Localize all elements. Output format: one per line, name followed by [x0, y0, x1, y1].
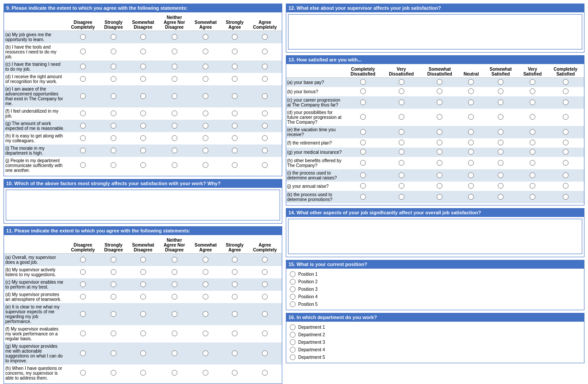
- q9-body-row-a-col-4[interactable]: [159, 31, 190, 44]
- radio-q11-body-e-5[interactable]: [203, 311, 208, 317]
- radio-q13-body-d-4[interactable]: [468, 114, 474, 120]
- q9-body-row-g-col-3[interactable]: [127, 120, 159, 132]
- q13-body-row-f-col-5[interactable]: [484, 138, 518, 148]
- radio-q9-body-j-2[interactable]: [111, 162, 116, 168]
- radio-q13-body-d-3[interactable]: [437, 114, 442, 120]
- radio-q13-body-j-3[interactable]: [437, 183, 442, 189]
- q9-body-row-a-col-5[interactable]: [190, 31, 222, 44]
- q11-body-row-a-col-3[interactable]: [127, 254, 159, 266]
- q13-body-row-j-col-4[interactable]: [459, 182, 483, 191]
- q13-body-row-h-col-2[interactable]: [382, 157, 421, 169]
- q11-body-row-c-col-4[interactable]: [159, 278, 190, 291]
- q13-body-row-d-col-5[interactable]: [484, 109, 518, 126]
- q11-body-row-c-col-1[interactable]: [66, 278, 100, 291]
- radio-q9-body-f-3[interactable]: [140, 110, 146, 116]
- radio-q13-body-c-2[interactable]: [399, 99, 404, 105]
- q9-body-row-d-col-5[interactable]: [190, 73, 222, 85]
- radio-q13-body-k-2[interactable]: [399, 194, 404, 200]
- q13-body-row-h-col-7[interactable]: [547, 157, 584, 169]
- radio-q13-body-e-6[interactable]: [530, 129, 535, 135]
- radio-q11-body-a-2[interactable]: [111, 257, 116, 262]
- radio-q9-body-b-3[interactable]: [140, 49, 146, 54]
- radio-q13-body-a-5[interactable]: [498, 79, 503, 85]
- radio-q13-body-b-5[interactable]: [498, 88, 503, 94]
- q13-body-row-e-col-5[interactable]: [484, 126, 518, 138]
- q9-body-row-a-col-2[interactable]: [100, 31, 127, 44]
- q13-body-row-a-col-1[interactable]: [344, 78, 382, 87]
- q13-body-row-e-col-4[interactable]: [459, 126, 483, 138]
- q9-body-row-i-col-6[interactable]: [222, 144, 248, 157]
- q9-body-row-a-col-6[interactable]: [222, 31, 248, 44]
- radio-q11-body-f-5[interactable]: [203, 331, 208, 336]
- q11-body-row-e-col-3[interactable]: [127, 303, 159, 325]
- radio-q13-body-b-4[interactable]: [468, 88, 474, 94]
- q13-body-row-a-col-6[interactable]: [518, 78, 547, 87]
- radio-q13-body-c-4[interactable]: [468, 99, 474, 105]
- radio-q11-body-b-5[interactable]: [203, 269, 208, 275]
- radio-q13-body-k-5[interactable]: [498, 194, 503, 200]
- radio-q13-body-h-2[interactable]: [399, 160, 404, 166]
- q13-body-row-b-col-2[interactable]: [382, 87, 421, 96]
- q9-body-row-d-col-3[interactable]: [127, 73, 159, 85]
- radio-q11-body-a-6[interactable]: [232, 257, 238, 262]
- q9-body-row-i-col-5[interactable]: [190, 144, 222, 157]
- q13-body-row-i-col-7[interactable]: [547, 169, 584, 182]
- radio-q9-body-j-3[interactable]: [140, 162, 146, 168]
- radio-q9-body-b-1[interactable]: [80, 49, 86, 54]
- q9-body-row-e-col-1[interactable]: [66, 85, 100, 107]
- q11-body-row-g-col-7[interactable]: [248, 342, 282, 365]
- radio-q9-body-e-1[interactable]: [80, 93, 86, 99]
- q9-body-row-g-col-5[interactable]: [190, 120, 222, 132]
- radio-q11-body-f-7[interactable]: [262, 331, 268, 336]
- radio-q13-body-f-1[interactable]: [360, 140, 366, 145]
- radio-q9-body-b-5[interactable]: [203, 49, 208, 54]
- q13-body-row-b-col-3[interactable]: [420, 87, 459, 96]
- radio-q9-body-d-3[interactable]: [140, 76, 146, 82]
- radio-q13-body-j-7[interactable]: [563, 183, 569, 189]
- radio-q9-body-i-1[interactable]: [80, 148, 86, 153]
- radio-q13-body-f-6[interactable]: [530, 140, 535, 145]
- q9-body-row-e-col-2[interactable]: [100, 85, 127, 107]
- radio-q11-body-d-6[interactable]: [232, 294, 238, 300]
- radio-q9-body-a-2[interactable]: [111, 34, 116, 40]
- radio-q9-body-g-5[interactable]: [203, 123, 208, 129]
- radio-q13-body-d-1[interactable]: [360, 114, 366, 120]
- radio-q9-body-e-6[interactable]: [232, 93, 238, 99]
- q11-body-row-h-col-7[interactable]: [248, 365, 282, 382]
- radio-q13-body-f-3[interactable]: [437, 140, 442, 145]
- q13-body-row-g-col-7[interactable]: [547, 148, 584, 157]
- q11-body-row-g-col-5[interactable]: [190, 342, 222, 365]
- q9-body-row-h-col-5[interactable]: [190, 132, 222, 144]
- q13-body-row-j-col-7[interactable]: [547, 182, 584, 191]
- q13-body-row-d-col-3[interactable]: [420, 109, 459, 126]
- q9-body-row-h-col-1[interactable]: [66, 132, 100, 144]
- q9-body-row-j-col-5[interactable]: [190, 157, 222, 174]
- q11-body-row-f-col-6[interactable]: [222, 325, 248, 342]
- q9-body-row-h-col-4[interactable]: [159, 132, 190, 144]
- q13-body-row-k-col-7[interactable]: [547, 191, 584, 203]
- radio-q9-body-b-4[interactable]: [172, 49, 177, 54]
- q9-body-row-i-col-2[interactable]: [100, 144, 127, 157]
- q11-body-row-d-col-1[interactable]: [66, 291, 100, 303]
- q9-body-row-b-col-3[interactable]: [127, 43, 159, 61]
- q16-option-2[interactable]: Department 2: [290, 331, 580, 338]
- q13-body-row-c-col-5[interactable]: [484, 96, 518, 109]
- radio-q13-body-i-2[interactable]: [399, 172, 404, 178]
- q13-body-row-k-col-4[interactable]: [459, 191, 483, 203]
- q11-body-row-c-col-3[interactable]: [127, 278, 159, 291]
- q13-body-row-c-col-4[interactable]: [459, 96, 483, 109]
- q13-body-row-j-col-2[interactable]: [382, 182, 421, 191]
- radio-q9-body-a-3[interactable]: [140, 34, 146, 40]
- q13-body-row-i-col-4[interactable]: [459, 169, 483, 182]
- radio-q9-body-j-5[interactable]: [203, 162, 208, 168]
- radio-q9-body-f-4[interactable]: [172, 110, 177, 116]
- q13-body-row-b-col-4[interactable]: [459, 87, 483, 96]
- radio-q11-body-d-4[interactable]: [172, 294, 177, 300]
- q9-body-row-f-col-4[interactable]: [159, 107, 190, 120]
- radio-q9-body-h-4[interactable]: [172, 135, 177, 141]
- q16-option-4[interactable]: Department 4: [290, 346, 580, 354]
- radio-q11-body-d-1[interactable]: [80, 294, 86, 300]
- q11-body-row-h-col-3[interactable]: [127, 365, 159, 382]
- q9-body-row-b-col-4[interactable]: [159, 43, 190, 61]
- q9-body-row-c-col-4[interactable]: [159, 61, 190, 73]
